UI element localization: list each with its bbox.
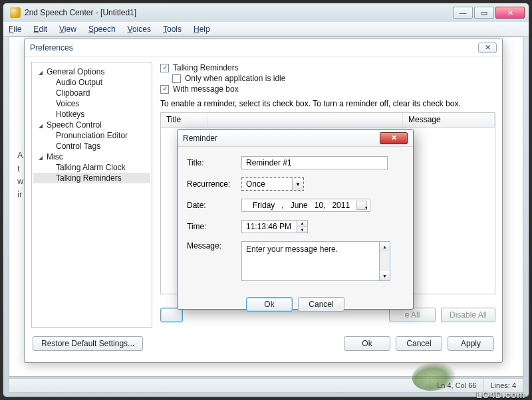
preferences-tree[interactable]: General Options Audio Output Clipboard V… xyxy=(31,62,152,328)
preferences-ok-button[interactable]: Ok xyxy=(344,336,390,351)
calendar-icon[interactable] xyxy=(356,201,367,210)
chevron-up-icon[interactable]: ▲ xyxy=(379,242,390,251)
tree-control-tags[interactable]: Control Tags xyxy=(33,141,150,151)
date-year: 2011 xyxy=(332,201,350,210)
tree-talking-alarm-clock[interactable]: Talking Alarm Clock xyxy=(33,162,150,173)
reminder-footer: Ok Cancel xyxy=(178,294,413,318)
label-message: Message: xyxy=(187,241,241,250)
label-time: Time: xyxy=(187,222,241,231)
reminder-dialog-title: Reminder xyxy=(183,134,217,143)
scrollbar-track[interactable] xyxy=(379,251,390,271)
label-date: Date: xyxy=(187,201,241,210)
window-title: 2nd Speech Center - [Untitled1] xyxy=(25,8,453,17)
titlebar[interactable]: 2nd Speech Center - [Untitled1] — ▭ ✕ xyxy=(3,3,529,22)
minimize-button[interactable]: — xyxy=(453,7,473,19)
date-sep: , xyxy=(281,201,283,210)
statusbar: Ln 4, Col 66 Lines: 4 xyxy=(9,378,523,393)
document-text-fragment: A t w ir xyxy=(17,149,23,201)
checkbox-talking-reminders[interactable] xyxy=(160,64,169,72)
label-with-message-box: With message box xyxy=(173,84,239,94)
time-value: 11:13:46 PM xyxy=(242,221,297,233)
chevron-down-icon[interactable]: ▼ xyxy=(379,271,390,280)
reminder-dialog: Reminder ✕ Title: Reminder #1 Recurrence… xyxy=(177,129,414,310)
reminder-close-button[interactable]: ✕ xyxy=(380,132,408,144)
menu-view[interactable]: View xyxy=(59,25,76,34)
reminder-ok-button[interactable]: Ok xyxy=(246,297,293,312)
label-talking-reminders: Talking Reminders xyxy=(173,63,239,72)
menu-file[interactable]: File xyxy=(9,25,21,34)
preferences-titlebar[interactable]: Preferences ✕ xyxy=(25,39,502,56)
reminder-titlebar[interactable]: Reminder ✕ xyxy=(178,130,413,147)
preferences-close-button[interactable]: ✕ xyxy=(478,43,497,53)
select-recurrence-value: Once xyxy=(242,179,292,189)
checkbox-only-idle[interactable] xyxy=(172,74,181,83)
menubar: File Edit View Speech Voices Tools Help xyxy=(3,22,529,37)
chevron-up-icon[interactable]: ▲ xyxy=(297,221,307,227)
tree-general-options[interactable]: General Options xyxy=(33,66,150,77)
watermark-text: LO4D.com xyxy=(476,389,525,400)
tree-audio-output[interactable]: Audio Output xyxy=(33,77,150,88)
label-recurrence: Recurrence: xyxy=(187,179,241,189)
menu-help[interactable]: Help xyxy=(194,25,210,34)
date-day: 10, xyxy=(315,201,326,210)
date-weekday: Friday xyxy=(253,201,275,210)
input-title[interactable]: Reminder #1 xyxy=(241,156,388,169)
grid-header-title[interactable]: Title xyxy=(161,113,207,127)
tree-speech-control[interactable]: Speech Control xyxy=(33,120,150,130)
time-spinner[interactable]: ▲ ▼ xyxy=(297,221,307,233)
tree-voices[interactable]: Voices xyxy=(33,98,150,109)
tree-misc[interactable]: Misc xyxy=(33,151,150,162)
grid-header: Title Message xyxy=(161,113,495,128)
grid-header-hidden[interactable] xyxy=(207,113,403,127)
menu-edit[interactable]: Edit xyxy=(33,25,47,34)
restore-defaults-button[interactable]: Restore Default Settings... xyxy=(33,336,143,351)
textarea-message[interactable]: Enter your message here. ▲ ▼ xyxy=(241,241,390,281)
reminder-cancel-button[interactable]: Cancel xyxy=(298,297,344,312)
select-recurrence[interactable]: Once ▼ xyxy=(241,177,304,191)
preferences-footer: Restore Default Settings... Ok Cancel Ap… xyxy=(31,332,495,355)
label-only-idle: Only when application is idle xyxy=(185,74,285,83)
tree-pronunciation-editor[interactable]: Pronunciation Editor xyxy=(33,130,150,141)
preferences-cancel-button[interactable]: Cancel xyxy=(396,336,442,351)
preferences-title: Preferences xyxy=(30,43,73,52)
message-value: Enter your message here. xyxy=(246,245,338,254)
menu-tools[interactable]: Tools xyxy=(163,25,182,34)
input-time[interactable]: 11:13:46 PM ▲ ▼ xyxy=(241,220,308,233)
input-date[interactable]: Friday , June 10, 2011 xyxy=(241,199,370,212)
chevron-down-icon[interactable]: ▼ xyxy=(292,178,303,190)
menu-voices[interactable]: Voices xyxy=(128,25,151,34)
preferences-apply-button[interactable]: Apply xyxy=(448,336,494,351)
grid-header-message[interactable]: Message xyxy=(403,113,495,127)
chevron-down-icon[interactable]: ▼ xyxy=(297,227,307,233)
maximize-button[interactable]: ▭ xyxy=(474,7,494,19)
menu-speech[interactable]: Speech xyxy=(88,25,116,34)
tree-talking-reminders[interactable]: Talking Reminders xyxy=(33,173,150,183)
status-cursor-pos: Ln 4, Col 66 xyxy=(430,379,483,392)
disable-all-button[interactable]: Disable All xyxy=(441,308,495,322)
close-button[interactable]: ✕ xyxy=(495,7,525,19)
date-month: June xyxy=(291,201,308,210)
app-icon xyxy=(10,7,21,18)
checkbox-with-message-box[interactable] xyxy=(160,85,169,94)
tree-clipboard[interactable]: Clipboard xyxy=(33,88,150,98)
label-title: Title: xyxy=(187,158,241,167)
reminder-hint-text: To enable a reminder, select its check b… xyxy=(160,99,495,108)
tree-hotkeys[interactable]: Hotkeys xyxy=(33,109,150,120)
